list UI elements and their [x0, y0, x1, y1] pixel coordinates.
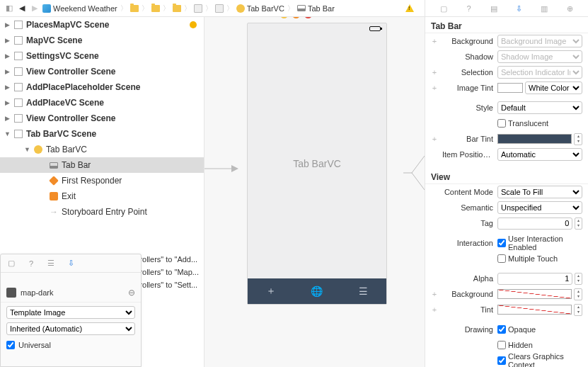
history-tab-icon[interactable]: ☰	[46, 259, 56, 269]
segue-text: rollers" to "Map...	[139, 266, 199, 278]
inspector-tab-bar: ▢ ? ▤ ⇩ ▥ ⊕	[425, 0, 588, 17]
storyboard-icon[interactable]	[194, 4, 202, 13]
identity-inspector-tab[interactable]: ▤	[488, 3, 500, 14]
appearance-select[interactable]: Inherited (Automatic)	[6, 322, 135, 335]
prop-label: Drawing	[442, 325, 493, 334]
universal-checkbox[interactable]	[6, 341, 15, 349]
file-inspector-tab[interactable]: ▢	[438, 3, 449, 14]
breadcrumb-project[interactable]: Weekend Weather	[42, 4, 117, 13]
outline-scene[interactable]: ▶View Controller Scene	[0, 111, 204, 126]
tabbar-item-add[interactable]: ＋	[248, 278, 294, 304]
folder-icon[interactable]	[130, 5, 139, 12]
scene-icon	[14, 98, 23, 107]
folder-icon[interactable]	[151, 5, 160, 12]
opaque-checkbox[interactable]	[497, 325, 506, 334]
document-outline[interactable]: ▶PlacesMapVC Scene▶MapVC Scene▶SettingsV…	[0, 17, 204, 367]
media-item-row[interactable]: map-dark ⊖	[1, 283, 141, 303]
outline-item[interactable]: Tab Bar	[0, 157, 204, 173]
tint-colorwell[interactable]	[497, 305, 572, 315]
alpha-stepper[interactable]: ▴▾	[575, 273, 582, 285]
outline-scene-open[interactable]: ▼ Tab BarVC Scene	[0, 126, 204, 142]
media-lib-tabs: ▢ ? ☰ ⇩	[1, 254, 141, 273]
chevron-icon: 〉	[142, 4, 149, 13]
tabvc-icon	[236, 4, 245, 13]
outline-scene[interactable]: ▶AddPlaceVC Scene	[0, 95, 204, 111]
hidden-checkbox[interactable]	[497, 341, 506, 349]
image-tint-select[interactable]: White Color	[525, 81, 582, 94]
outline-scene-label: View Controller Scene	[26, 113, 116, 123]
connections-inspector-tab[interactable]: ⊕	[564, 3, 575, 14]
size-inspector-tab[interactable]: ▥	[538, 3, 550, 14]
prop-label: Item Positioni...	[442, 150, 493, 159]
selection-image-select[interactable]: Selection Indicator Image	[497, 66, 582, 79]
background-image-select[interactable]: Background Image	[497, 35, 582, 47]
scene-icon	[14, 130, 23, 138]
related-items-icon[interactable]: ◧	[4, 4, 14, 13]
bar-tint-colorwell[interactable]	[497, 134, 572, 144]
tabbar-item-globe[interactable]: 🌐	[294, 278, 340, 304]
tag-stepper[interactable]: ▴▾	[575, 218, 582, 230]
alpha-input[interactable]	[497, 273, 572, 285]
outline-scene[interactable]: ▶MapVC Scene	[0, 33, 204, 48]
translucent-checkbox[interactable]	[497, 119, 506, 128]
outline-item[interactable]: ▼Tab BarVC	[0, 142, 204, 157]
style-select[interactable]: Default	[497, 101, 582, 114]
simulated-tabbar[interactable]: ＋ 🌐 ☰	[248, 278, 386, 304]
prop-label: Background	[442, 290, 493, 298]
help-tab-icon[interactable]: ?	[26, 259, 36, 269]
outline-scene[interactable]: ▶SettingsVC Scene	[0, 48, 204, 64]
folder-icon[interactable]	[173, 5, 181, 12]
scene-icon	[14, 36, 23, 45]
tabbar-item-menu[interactable]: ☰	[340, 278, 386, 304]
nav-back-button[interactable]: ◀	[17, 4, 27, 13]
universal-checkbox-row[interactable]: Universal	[1, 339, 141, 351]
swift-icon	[42, 4, 51, 13]
breadcrumb-tabvc[interactable]: Tab BarVC	[236, 4, 284, 13]
outline-item[interactable]: First Responder	[0, 173, 204, 188]
simulated-device[interactable]: → Tab BarVC ＋ 🌐 ☰	[247, 23, 387, 305]
content-mode-select[interactable]: Scale To Fill	[497, 186, 582, 198]
breadcrumb-tabbar[interactable]: Tab Bar	[297, 4, 335, 13]
clears-checkbox[interactable]	[497, 356, 506, 365]
tag-input[interactable]	[497, 218, 572, 230]
outline-scene[interactable]: ▶PlacesMapVC Scene	[0, 17, 204, 33]
help-inspector-tab[interactable]: ?	[463, 3, 474, 14]
color-stepper[interactable]: ▴▾	[574, 304, 582, 316]
status-dot-icon	[190, 21, 197, 28]
item-positioning-select[interactable]: Automatic	[497, 148, 582, 161]
uie-checkbox[interactable]	[497, 239, 506, 247]
outline-scene-label: PlacesMapVC Scene	[26, 20, 109, 30]
attributes-inspector[interactable]: Tab Bar +Background Background Image Sha…	[425, 17, 588, 367]
nav-forward-button[interactable]: ▶	[30, 4, 40, 13]
color-stepper[interactable]: ▴▾	[574, 133, 582, 145]
background-colorwell[interactable]	[497, 289, 572, 299]
outline-scene[interactable]: ▶View Controller Scene	[0, 64, 204, 79]
scene-dot-icon[interactable]	[292, 17, 300, 18]
multitouch-checkbox[interactable]	[497, 254, 506, 263]
chevron-icon: 〉	[287, 4, 294, 13]
delete-icon[interactable]: ⊖	[128, 288, 135, 298]
storyboard-canvas[interactable]: → Tab BarVC ＋ 🌐 ☰	[204, 17, 425, 367]
warning-icon[interactable]	[405, 4, 414, 12]
segue-connector-right	[403, 152, 425, 194]
attributes-inspector-tab[interactable]: ⇩	[514, 3, 525, 14]
storyboard-scene-icon[interactable]	[215, 4, 224, 13]
segue-hints: rollers" to "Add... rollers" to "Map... …	[139, 253, 199, 291]
render-as-select[interactable]: Template Image	[6, 306, 135, 319]
file-tab-icon[interactable]: ▢	[6, 259, 16, 269]
shadow-image-select[interactable]: Shadow Image	[497, 50, 582, 63]
outline-item-label: First Responder	[62, 176, 122, 186]
image-tint-colorwell[interactable]	[497, 83, 523, 93]
scene-dot-icon[interactable]: →	[304, 17, 312, 18]
outline-scene[interactable]: ▶AddPlacePlaceholder Scene	[0, 79, 204, 95]
scene-dot-icon[interactable]	[280, 17, 288, 18]
semantic-select[interactable]: Unspecified	[497, 201, 582, 214]
outline-item[interactable]: Exit	[0, 188, 204, 204]
opaque-label: Opaque	[508, 325, 536, 334]
outline-item[interactable]: →Storyboard Entry Point	[0, 204, 204, 220]
outline-item-label: Tab Bar	[62, 160, 91, 170]
outline-item-label: Tab BarVC	[46, 145, 87, 154]
color-stepper[interactable]: ▴▾	[574, 288, 582, 300]
chevron-icon: 〉	[163, 4, 170, 13]
image-tab-icon[interactable]: ⇩	[66, 259, 76, 269]
